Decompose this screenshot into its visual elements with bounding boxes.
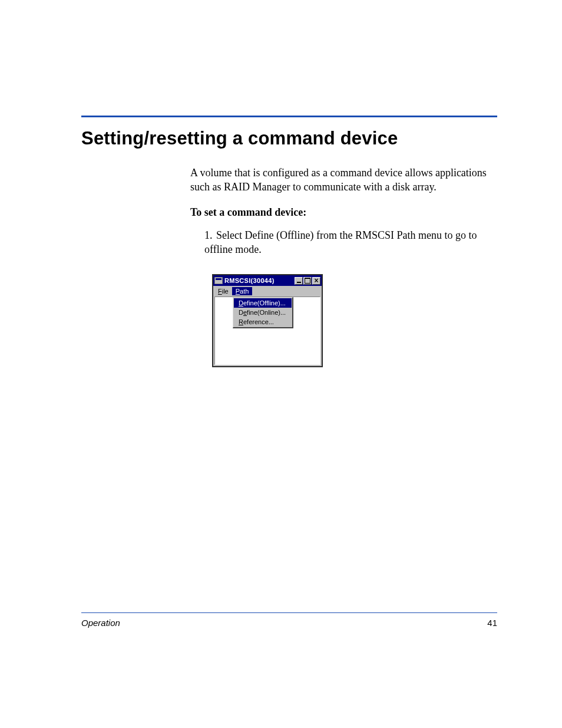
menu-item-define-offline[interactable]: Define(Offline)... (234, 298, 292, 308)
ordered-list: 1.Select Define (Offline) from the RMSCS… (201, 228, 497, 257)
menu-item-define-online[interactable]: Define(Online)... (234, 308, 292, 317)
app-window: RMSCSI(30044) File Path Define(Offline).… (212, 274, 323, 367)
footer-rule (81, 612, 497, 613)
path-dropdown: Define(Offline)... Define(Online)... Ref… (233, 297, 293, 328)
menu-file[interactable]: File (214, 287, 232, 295)
step-text: Select Define (Offline) from the RMSCSI … (204, 229, 477, 255)
footer-section: Operation (81, 618, 120, 628)
minimize-button[interactable] (295, 277, 303, 285)
step-number: 1. (204, 228, 216, 242)
intro-paragraph: A volume that is configured as a command… (190, 166, 497, 195)
window-title: RMSCSI(30044) (224, 277, 294, 284)
client-area: Define(Offline)... Define(Online)... Ref… (214, 297, 320, 365)
menu-item-reference[interactable]: Reference... (234, 317, 292, 327)
titlebar[interactable]: RMSCSI(30044) (213, 275, 322, 286)
page-footer: Operation 41 (81, 612, 497, 628)
page-heading: Setting/resetting a command device (81, 128, 497, 149)
menubar: File Path (213, 286, 322, 297)
procedure-subhead: To set a command device: (190, 206, 497, 219)
maximize-button[interactable] (303, 277, 312, 285)
close-button[interactable] (312, 277, 320, 285)
top-rule (81, 116, 497, 117)
page-number: 41 (487, 618, 497, 628)
menu-path[interactable]: Path (232, 287, 253, 295)
app-icon (214, 277, 223, 284)
